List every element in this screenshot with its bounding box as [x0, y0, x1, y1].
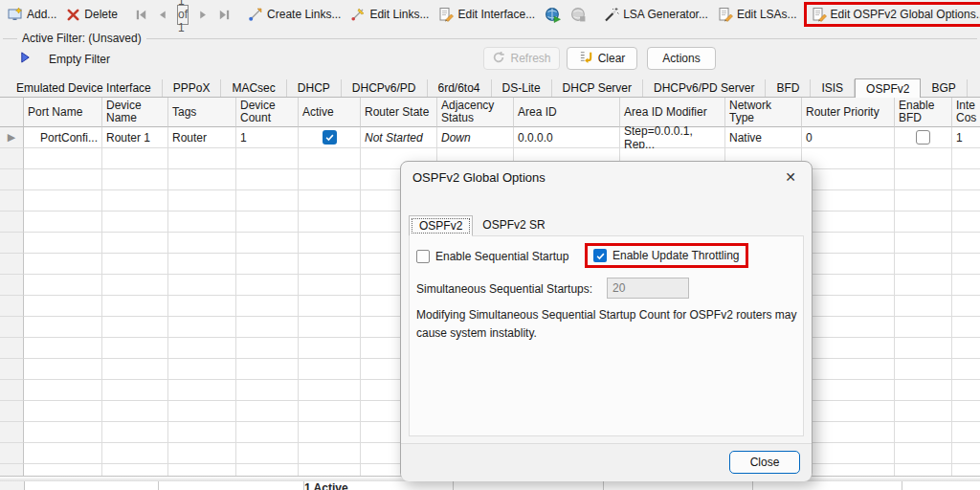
column-header-area_id[interactable]: Area ID — [514, 98, 620, 127]
cell-tags — [168, 190, 236, 212]
cell-interface_cost — [952, 422, 980, 443]
edit-ospfv2-global-options-button[interactable]: Edit OSPFv2 Global Options... — [804, 2, 980, 27]
summary-grid-partial — [0, 481, 980, 490]
checkbox-unchecked-icon[interactable] — [916, 130, 930, 145]
create-links-label: Create Links... — [267, 8, 341, 21]
sequential-startup-label: Enable Sequential Startup — [435, 250, 568, 263]
checkbox-unchecked-icon[interactable] — [416, 250, 430, 263]
cell-device_count — [236, 317, 299, 338]
cell-port_name — [24, 254, 102, 275]
actions-label: Actions — [662, 52, 700, 65]
tab-dhcp-server[interactable]: DHCP Server — [552, 79, 643, 97]
column-header-tags[interactable]: Tags — [168, 98, 236, 127]
cell-interface_cost — [952, 275, 980, 296]
refresh-button[interactable]: Refresh — [483, 47, 560, 70]
create-links-button[interactable]: Create Links... — [245, 5, 344, 24]
cell-selector — [0, 317, 24, 338]
tab-dhcpv6-pd-server[interactable]: DHCPv6/PD Server — [643, 79, 766, 97]
cell-interface_cost — [952, 338, 980, 359]
next-page-button[interactable] — [195, 7, 212, 23]
column-header-adjacency_status[interactable]: AdjacencyStatus — [437, 98, 514, 127]
actions-button[interactable]: Actions — [647, 47, 716, 70]
cell-active[interactable] — [299, 127, 361, 148]
cell-device_count — [236, 338, 299, 359]
dialog-close-button[interactable]: Close — [729, 451, 800, 474]
cell-active — [299, 380, 361, 401]
clear-label: Clear — [598, 52, 626, 65]
tab-pppox[interactable]: PPPoX — [163, 79, 222, 97]
cell-selector — [0, 169, 24, 190]
filter-expand-icon[interactable] — [19, 51, 32, 67]
edit-links-button[interactable]: Edit Links... — [347, 5, 432, 24]
cell-enable_bfd[interactable] — [895, 127, 952, 148]
dialog-tabs: OSPFv2OSPFv2 SR — [409, 215, 555, 236]
tab-bgp[interactable]: BGP — [921, 79, 967, 97]
tab-dhcp[interactable]: DHCP — [287, 79, 342, 97]
cell-active — [299, 338, 361, 359]
add-button[interactable]: Add... — [5, 5, 59, 24]
column-header-device_count[interactable]: DeviceCount — [236, 98, 299, 127]
tab-6rd-6to4[interactable]: 6rd/6to4 — [428, 79, 492, 97]
dialog-tab-ospfv2[interactable]: OSPFv2 — [409, 215, 473, 236]
cell-device_name — [102, 443, 168, 464]
checkbox-checked-icon[interactable] — [593, 249, 607, 262]
cell-area_id: 0.0.0.0 — [514, 127, 620, 148]
previous-page-button[interactable] — [154, 7, 170, 23]
column-header-router_priority[interactable]: Router Priority — [802, 98, 895, 127]
page-indicator[interactable]: 1 of 1 — [177, 5, 189, 25]
column-header-area_id_modifier[interactable]: Area ID Modifier — [620, 98, 725, 127]
first-page-button[interactable] — [132, 7, 150, 23]
checkbox-checked-icon[interactable] — [323, 130, 337, 145]
column-header-enable_bfd[interactable]: EnableBFD — [895, 98, 952, 127]
cell-selector — [0, 296, 24, 317]
cell-router_priority — [802, 148, 895, 169]
dialog-tab-ospfv2-sr[interactable]: OSPFv2 SR — [473, 215, 554, 236]
edit-interface-button[interactable]: Edit Interface... — [435, 5, 538, 24]
cell-active — [299, 233, 361, 254]
sequential-startup-checkbox[interactable]: Enable Sequential Startup — [416, 250, 568, 263]
edit-lsas-button[interactable]: Edit LSAs... — [715, 5, 800, 24]
tab-ds-lite[interactable]: DS-Lite — [492, 79, 552, 97]
cell-enable_bfd — [895, 443, 952, 464]
tab-ospfv2[interactable]: OSPFv2 — [855, 78, 921, 98]
delete-label: Delete — [84, 8, 118, 21]
cell-tags — [168, 443, 236, 464]
lsa-generator-button[interactable]: LSA Generator... — [601, 5, 711, 24]
column-header-device_name[interactable]: DeviceName — [102, 98, 168, 127]
simultaneous-startups-input[interactable]: 20 — [607, 278, 689, 299]
cell-device_count — [236, 190, 299, 212]
tab-dhcpv6-pd[interactable]: DHCPv6/PD — [342, 79, 428, 97]
tab-emulated-device-interface[interactable]: Emulated Device Interface — [6, 79, 163, 97]
cell-router_priority — [802, 380, 895, 401]
cell-tags — [168, 296, 236, 317]
cell-selector[interactable]: ▶ — [0, 127, 24, 148]
tab-isis[interactable]: ISIS — [811, 79, 855, 97]
row-selector-arrow[interactable]: ▶ — [8, 131, 15, 144]
dialog-titlebar[interactable]: OSPFv2 Global Options — [401, 162, 812, 192]
column-header-interface_cost[interactable]: InteCos — [952, 98, 980, 127]
dialog-close-icon[interactable]: ✕ — [782, 168, 799, 186]
cell-port_name — [24, 380, 102, 401]
cell-device_name — [102, 380, 168, 401]
cell-enable_bfd — [895, 296, 952, 317]
cell-port_name — [24, 275, 102, 296]
last-page-button[interactable] — [215, 7, 234, 23]
delete-button[interactable]: Delete — [63, 6, 121, 24]
cell-device_name: Router 1 — [102, 127, 168, 148]
column-header-port_name[interactable]: Port Name — [24, 98, 102, 127]
globe-active-icon[interactable] — [542, 5, 564, 25]
cell-interface_cost — [952, 233, 980, 254]
tab-bfd[interactable]: BFD — [766, 79, 811, 97]
active-count-status: 1 Active — [304, 481, 348, 490]
column-header-active[interactable]: Active — [299, 98, 361, 127]
column-header-router_state[interactable]: Router State — [361, 98, 437, 127]
tab-macsec[interactable]: MACsec — [221, 79, 286, 97]
summary-row-selector — [0, 481, 25, 490]
clear-button[interactable]: Clear — [567, 47, 637, 70]
cell-network_type: Native — [725, 127, 802, 148]
cell-active — [299, 317, 361, 338]
cell-selector — [0, 401, 24, 422]
cell-port_name — [24, 401, 102, 422]
update-throttling-checkbox[interactable]: Enable Update Throttling — [585, 243, 748, 268]
column-header-network_type[interactable]: Network Type — [725, 98, 802, 127]
